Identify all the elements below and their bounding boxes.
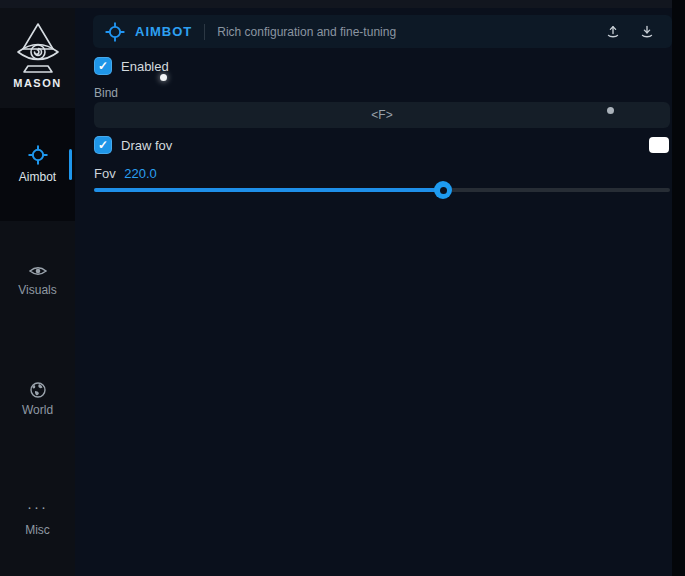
active-tab-indicator <box>69 149 72 180</box>
ellipsis-icon: ··· <box>0 500 75 518</box>
sidebar-item-label: Misc <box>0 523 75 537</box>
sidebar: MASON Aimbot Visuals <box>0 8 75 576</box>
enabled-row: ✓ Enabled <box>94 57 169 75</box>
bind-label: Bind <box>94 86 118 100</box>
eye-icon <box>29 264 47 278</box>
globe-icon <box>30 382 46 398</box>
enabled-label: Enabled <box>121 59 169 74</box>
fov-label-row: Fov 220.0 <box>94 166 157 181</box>
bind-input[interactable]: <F> <box>94 102 670 128</box>
page-header: AIMBOT Rich configuration and fine-tunin… <box>93 15 672 48</box>
particle-dot <box>160 74 167 81</box>
page-title: AIMBOT <box>135 24 192 39</box>
crosshair-icon <box>28 145 48 165</box>
slider-handle-hole <box>440 187 447 194</box>
brand-logo: MASON <box>0 22 75 89</box>
sidebar-item-label: Visuals <box>0 283 75 297</box>
crosshair-icon <box>105 22 125 42</box>
sidebar-item-label: World <box>0 403 75 417</box>
particle-dot <box>607 107 614 114</box>
sidebar-item-world[interactable]: World <box>0 382 75 417</box>
draw-fov-row: ✓ Draw fov <box>94 136 172 154</box>
sidebar-item-aimbot[interactable]: Aimbot <box>0 108 75 221</box>
window-top-edge <box>0 0 672 8</box>
mason-eye-pyramid-icon <box>14 22 62 74</box>
application-window: MASON Aimbot Visuals <box>0 0 685 576</box>
fov-slider-fill <box>94 188 443 192</box>
fov-slider-handle[interactable] <box>434 181 452 199</box>
fov-label: Fov <box>94 166 116 181</box>
checkmark-icon: ✓ <box>98 60 108 72</box>
sidebar-item-label: Aimbot <box>0 170 75 184</box>
sidebar-item-misc[interactable]: ··· Misc <box>0 500 75 537</box>
draw-fov-checkbox[interactable]: ✓ <box>94 136 112 154</box>
fov-color-swatch[interactable] <box>649 137 669 153</box>
upload-icon <box>604 23 622 41</box>
sidebar-item-visuals[interactable]: Visuals <box>0 264 75 297</box>
header-divider <box>204 24 205 40</box>
checkmark-icon: ✓ <box>98 139 108 151</box>
import-config-button[interactable] <box>600 19 626 45</box>
enabled-checkbox[interactable]: ✓ <box>94 57 112 75</box>
fov-slider[interactable] <box>94 188 670 192</box>
draw-fov-label: Draw fov <box>121 138 172 153</box>
fov-value: 220.0 <box>124 166 157 181</box>
export-config-button[interactable] <box>634 19 660 45</box>
page-subtitle: Rich configuration and fine-tuning <box>217 25 396 39</box>
main-panel: AIMBOT Rich configuration and fine-tunin… <box>75 8 672 576</box>
screen-background <box>672 0 685 576</box>
brand-name: MASON <box>0 77 75 89</box>
download-icon <box>638 23 656 41</box>
